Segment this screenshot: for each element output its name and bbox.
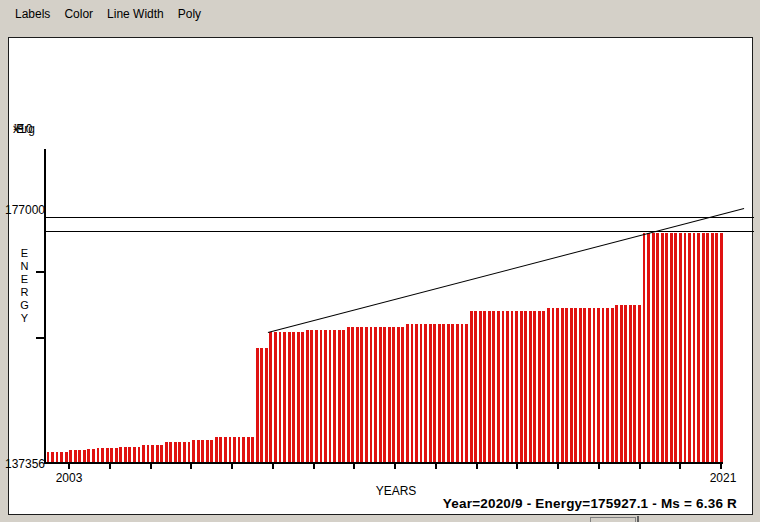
energy-bar	[56, 452, 59, 462]
energy-bar	[565, 308, 568, 463]
energy-bar	[83, 450, 86, 463]
energy-bar	[124, 447, 127, 463]
chart-panel[interactable]: x1018 Erg ENERGY 177000 137356 2003 2021…	[8, 37, 753, 515]
x-axis-label-2003: 2003	[47, 471, 91, 485]
energy-bar	[51, 452, 54, 462]
energy-bar	[151, 445, 154, 463]
energy-bar	[492, 311, 495, 463]
energy-bar	[374, 327, 377, 462]
energy-bar	[720, 233, 723, 462]
energy-bar	[383, 327, 386, 462]
energy-bar	[297, 332, 300, 462]
energy-bar	[665, 233, 668, 462]
x-axis-tick	[476, 464, 478, 469]
energy-bar	[442, 324, 445, 463]
x-axis-tick	[272, 464, 274, 469]
energy-bar	[260, 348, 263, 462]
energy-bar	[415, 324, 418, 463]
menu-labels[interactable]: Labels	[13, 6, 52, 22]
x-axis-tick	[109, 464, 111, 469]
energy-bar	[570, 308, 573, 463]
energy-bar	[274, 332, 277, 462]
energy-bar	[556, 308, 559, 463]
energy-bar	[542, 311, 545, 463]
energy-bar	[292, 332, 295, 462]
energy-bar	[338, 330, 341, 463]
energy-bar	[288, 332, 291, 462]
energy-bar	[156, 445, 159, 463]
energy-bar	[420, 324, 423, 463]
energy-bar	[365, 327, 368, 462]
energy-bar	[411, 324, 414, 463]
energy-bar	[160, 445, 163, 463]
x-axis-tick	[394, 464, 396, 469]
menu-poly[interactable]: Poly	[176, 6, 203, 22]
energy-bar	[183, 442, 186, 462]
energy-bar	[679, 233, 682, 462]
energy-bar	[502, 311, 505, 463]
energy-bar	[269, 332, 272, 462]
energy-bar	[356, 327, 359, 462]
energy-bar	[693, 233, 696, 462]
partial-control-divider	[637, 516, 639, 522]
y-axis-title: ENERGY	[20, 247, 29, 325]
x-axis-tick	[598, 464, 600, 469]
energy-bar	[524, 311, 527, 463]
energy-bar	[511, 311, 514, 463]
energy-bar	[142, 445, 145, 463]
energy-bar	[115, 448, 118, 463]
energy-bar	[78, 450, 81, 463]
energy-bar	[643, 233, 646, 462]
energy-bar	[688, 233, 691, 462]
energy-bar	[583, 308, 586, 463]
energy-bar	[47, 452, 50, 462]
energy-bar	[74, 450, 77, 463]
energy-bar	[397, 327, 400, 462]
energy-bar	[174, 442, 177, 462]
energy-bar	[647, 233, 650, 462]
energy-bar	[388, 327, 391, 462]
energy-bar	[697, 233, 700, 462]
energy-bar	[233, 437, 236, 462]
energy-bar	[684, 233, 687, 462]
energy-bar	[406, 324, 409, 463]
energy-bar	[210, 440, 213, 462]
energy-bar	[424, 324, 427, 463]
energy-bar	[215, 437, 218, 462]
energy-bar	[438, 324, 441, 463]
energy-bar	[324, 330, 327, 463]
energy-bar	[306, 330, 309, 463]
energy-bar	[488, 311, 491, 463]
energy-bar	[320, 330, 323, 463]
energy-bar	[128, 447, 131, 463]
energy-bar	[606, 308, 609, 463]
energy-bar	[69, 450, 72, 463]
energy-bar	[629, 305, 632, 462]
energy-bar	[329, 330, 332, 463]
energy-bar	[192, 440, 195, 462]
energy-bar	[447, 324, 450, 463]
energy-bar	[474, 311, 477, 463]
energy-bar	[620, 305, 623, 462]
energy-bar	[219, 437, 222, 462]
y-axis-unit-label: x1018 Erg	[13, 122, 16, 136]
energy-bar	[520, 311, 523, 463]
reference-line-1	[44, 217, 754, 218]
y-axis-label-177000: 177000	[5, 203, 45, 217]
menu-color[interactable]: Color	[62, 6, 95, 22]
x-axis-tick	[720, 464, 722, 469]
energy-bar	[656, 233, 659, 462]
menu-line-width[interactable]: Line Width	[105, 6, 166, 22]
energy-bar	[201, 440, 204, 462]
energy-bar	[188, 442, 191, 462]
energy-bar	[347, 327, 350, 462]
x-axis-tick	[353, 464, 355, 469]
energy-bar	[602, 308, 605, 463]
energy-bar	[652, 233, 655, 462]
x-axis-tick	[516, 464, 518, 469]
energy-bar	[97, 448, 100, 463]
energy-bar	[379, 327, 382, 462]
energy-bar	[238, 437, 241, 462]
energy-bar	[638, 305, 641, 462]
x-axis-line	[44, 462, 723, 464]
